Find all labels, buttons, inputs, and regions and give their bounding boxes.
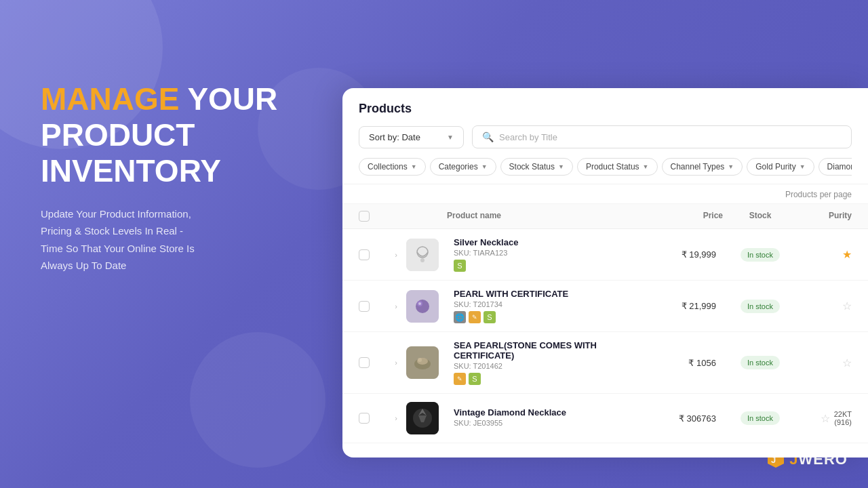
row1-thumb xyxy=(406,239,439,271)
filter-gold-purity-label: Gold Purity xyxy=(755,162,795,171)
row1-checkbox[interactable] xyxy=(359,249,370,260)
svg-point-12 xyxy=(418,358,422,362)
search-box[interactable]: 🔍 Search by Title xyxy=(472,125,852,148)
row4-price: ₹ 306763 xyxy=(642,413,723,424)
th-expand xyxy=(386,211,406,222)
row4-product-info: Vintage Diamond Necklace SKU: JE03955 xyxy=(447,407,642,430)
table-row: › PEARL WITH CERTIFICATE SKU: T201734 🌐 … xyxy=(342,281,868,332)
row3-stock: In stock xyxy=(723,356,797,369)
filter-stock-label: Stock Status xyxy=(509,162,555,171)
filter-chip-diamond-purity[interactable]: Diamond Purity ▼ xyxy=(818,158,852,176)
filter-chip-channel-types[interactable]: Channel Types ▼ xyxy=(662,158,743,176)
row2-star-icon[interactable]: ☆ xyxy=(842,300,852,312)
row1-purity: ★ xyxy=(797,248,852,261)
subtext: Update Your Product Information,Pricing … xyxy=(41,205,312,274)
table-row: › SEA PEARL(STONE COMES WITH CERTIFICATE… xyxy=(342,332,868,394)
row3-checkbox[interactable] xyxy=(359,357,370,368)
filter-collections-label: Collections xyxy=(368,162,408,171)
row3-badges: ✎ S xyxy=(454,373,642,385)
sort-label: Sort by: Date xyxy=(369,132,420,142)
row3-badge-shopify: S xyxy=(469,373,481,385)
row4-checkbox[interactable] xyxy=(359,413,370,424)
headline-manage: MANAGE xyxy=(41,81,179,117)
filter-chip-gold-purity[interactable]: Gold Purity ▼ xyxy=(747,158,814,176)
row4-checkbox-cell xyxy=(359,413,386,424)
row2-product-name: PEARL WITH CERTIFICATE xyxy=(454,289,642,299)
th-checkbox xyxy=(359,211,386,222)
row2-stock: In stock xyxy=(723,300,797,313)
row4-star-icon[interactable]: ☆ xyxy=(821,412,830,425)
product-panel: Products Sort by: Date ▼ 🔍 Search by Tit… xyxy=(342,88,868,458)
channel-arrow-icon: ▼ xyxy=(728,163,734,170)
th-name: Product name xyxy=(447,211,642,222)
table-header-row: Product name Price Stock Purity xyxy=(342,204,868,229)
filter-chip-collections[interactable]: Collections ▼ xyxy=(359,158,426,176)
headline: MANAGE YOURPRODUCTINVENTORY xyxy=(41,81,312,189)
row1-badges: S xyxy=(454,260,642,272)
th-purity: Purity xyxy=(797,211,852,222)
row2-product-info: PEARL WITH CERTIFICATE SKU: T201734 🌐 ✎ … xyxy=(447,289,642,323)
filter-chip-stock-status[interactable]: Stock Status ▼ xyxy=(500,158,573,176)
panel-header: Products Sort by: Date ▼ 🔍 Search by Tit… xyxy=(342,88,868,184)
row4-thumb xyxy=(406,402,439,434)
row1-stock-badge: In stock xyxy=(741,248,780,262)
filter-categories-label: Categories xyxy=(439,162,478,171)
categories-arrow-icon: ▼ xyxy=(481,163,488,170)
filter-chip-product-status[interactable]: Product Status ▼ xyxy=(577,158,658,176)
row1-star-icon[interactable]: ★ xyxy=(842,248,852,261)
row2-thumb xyxy=(406,290,439,323)
row3-price: ₹ 1056 xyxy=(642,358,723,368)
diamond-necklace-thumb-svg xyxy=(406,402,439,434)
row3-product-name: SEA PEARL(STONE COMES WITH CERTIFICATE) xyxy=(454,340,642,361)
row2-badge-shopify: S xyxy=(484,311,496,323)
product-table: Product name Price Stock Purity › Silver… xyxy=(342,204,868,443)
row3-star-icon[interactable]: ☆ xyxy=(842,357,852,369)
search-placeholder: Search by Title xyxy=(499,132,557,142)
row1-badge-shopify: S xyxy=(454,260,466,272)
toolbar-row: Sort by: Date ▼ 🔍 Search by Title xyxy=(359,125,852,148)
left-panel: MANAGE YOURPRODUCTINVENTORY Update Your … xyxy=(41,81,312,274)
sort-select[interactable]: Sort by: Date ▼ xyxy=(359,126,464,148)
row2-expand[interactable]: › xyxy=(386,302,406,310)
th-price: Price xyxy=(642,211,723,222)
pearl-thumb-svg xyxy=(406,290,439,323)
filter-chip-categories[interactable]: Categories ▼ xyxy=(430,158,496,176)
svg-point-4 xyxy=(420,258,425,262)
sea-pearl-thumb-svg xyxy=(406,346,439,379)
svg-point-6 xyxy=(416,300,429,313)
row3-product-info: SEA PEARL(STONE COMES WITH CERTIFICATE) … xyxy=(447,340,642,385)
row2-checkbox[interactable] xyxy=(359,301,370,312)
row2-price: ₹ 21,999 xyxy=(642,301,723,311)
svg-rect-2 xyxy=(406,239,439,271)
row2-badges: 🌐 ✎ S xyxy=(454,311,642,323)
svg-point-8 xyxy=(418,302,421,305)
row2-purity: ☆ xyxy=(797,300,852,312)
th-thumb xyxy=(406,211,447,222)
th-stock: Stock xyxy=(723,211,797,222)
row2-badge-edit: ✎ xyxy=(469,311,481,323)
filter-channel-label: Channel Types xyxy=(671,162,725,171)
row2-stock-badge: In stock xyxy=(741,300,780,313)
row1-product-info: Silver Necklace SKU: TIARA123 S xyxy=(447,237,642,272)
row4-product-sku: SKU: JE03955 xyxy=(454,419,642,427)
collections-arrow-icon: ▼ xyxy=(411,163,417,170)
row4-product-name: Vintage Diamond Necklace xyxy=(454,407,642,418)
products-per-page-label: Products per page xyxy=(785,190,852,199)
row1-stock: In stock xyxy=(723,248,797,262)
row1-checkbox-cell xyxy=(359,249,386,260)
sort-arrow-icon: ▼ xyxy=(447,134,454,141)
row4-stock-badge: In stock xyxy=(741,411,780,425)
row2-badge-globe: 🌐 xyxy=(454,311,466,323)
row2-checkbox-cell xyxy=(359,301,386,312)
header-checkbox[interactable] xyxy=(359,211,370,222)
filter-row: Collections ▼ Categories ▼ Stock Status … xyxy=(359,158,852,176)
bg-blob2 xyxy=(190,332,326,468)
filter-product-status-label: Product Status xyxy=(586,162,639,171)
gold-purity-arrow-icon: ▼ xyxy=(800,163,806,170)
panel-title: Products xyxy=(359,102,852,116)
row4-expand[interactable]: › xyxy=(386,414,406,422)
row1-expand[interactable]: › xyxy=(386,251,406,259)
row3-product-sku: SKU: T201462 xyxy=(454,362,642,370)
row3-checkbox-cell xyxy=(359,357,386,368)
row3-expand[interactable]: › xyxy=(386,359,406,367)
